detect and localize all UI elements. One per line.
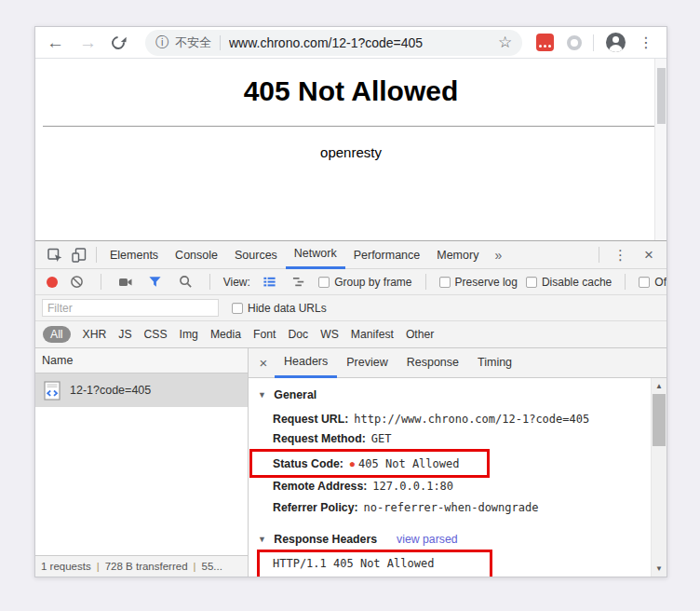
type-filter-js[interactable]: JS	[118, 328, 131, 341]
filter-funnel-icon[interactable]	[144, 270, 166, 294]
header-row-remote-address: Remote Address:127.0.0.1:80	[273, 476, 453, 496]
general-section-header[interactable]: ▼ General	[258, 385, 316, 405]
hide-data-urls-label: Hide data URLs	[248, 302, 327, 315]
page-content: 405 Not Allowed openresty	[35, 59, 666, 240]
response-headers-section-header[interactable]: ▼ Response Headers	[258, 529, 377, 550]
checkbox-icon[interactable]	[232, 303, 243, 314]
extension-icon-red[interactable]	[536, 34, 554, 51]
header-row-referrer-policy: Referrer Policy:no-referrer-when-downgra…	[273, 497, 538, 518]
offline-checkbox[interactable]: Of	[639, 276, 666, 289]
header-row-request-method: Request Method:GET	[273, 428, 391, 449]
tab-timing[interactable]: Timing	[468, 348, 521, 378]
summary-more: 55...	[202, 561, 222, 572]
tab-preview[interactable]: Preview	[337, 348, 397, 378]
browser-menu-icon[interactable]: ⋮	[639, 34, 653, 51]
browser-window: ← → ⓘ 不安全 www.chrono.com/12-1?code=405 ☆…	[34, 26, 667, 577]
preserve-log-label: Preserve log	[455, 276, 518, 289]
extension-icon-ring[interactable]	[567, 35, 582, 50]
collapse-triangle-icon[interactable]: ▼	[258, 390, 266, 400]
type-filter-doc[interactable]: Doc	[289, 328, 309, 341]
disable-cache-checkbox[interactable]: Disable cache	[526, 276, 612, 289]
scroll-down-icon[interactable]: ▼	[652, 564, 666, 573]
type-filter-other[interactable]: Other	[406, 328, 434, 341]
header-value: 127.0.0.1:80	[372, 480, 453, 493]
header-value: http://www.chrono.com/12-1?code=405	[354, 413, 589, 426]
preserve-log-checkbox[interactable]: Preserve log	[439, 276, 518, 289]
name-column-header[interactable]: Name	[35, 348, 248, 373]
type-filter-manifest[interactable]: Manifest	[351, 328, 394, 341]
header-key: Request URL:	[273, 413, 348, 426]
disable-cache-label: Disable cache	[542, 276, 612, 289]
type-filter-css[interactable]: CSS	[144, 328, 168, 341]
headers-content: ▼ General Request URL:http://www.chrono.…	[249, 378, 666, 577]
network-filter-row: Hide data URLs	[35, 295, 666, 321]
toolbar-divider	[593, 34, 594, 51]
tab-sources[interactable]: Sources	[226, 241, 286, 269]
tab-network[interactable]: Network	[286, 241, 345, 269]
tab-response[interactable]: Response	[397, 348, 468, 378]
network-summary-bar: 1 requests | 728 B transferred | 55...	[35, 555, 248, 577]
inspect-element-icon[interactable]	[43, 243, 67, 267]
view-parsed-link[interactable]: view parsed	[397, 529, 458, 550]
tab-memory[interactable]: Memory	[428, 241, 487, 269]
request-list-empty	[35, 407, 248, 555]
checkbox-icon[interactable]	[318, 277, 330, 288]
header-key: Request Method:	[273, 432, 366, 445]
checkbox-icon[interactable]	[526, 277, 537, 288]
header-value: GET	[371, 432, 392, 445]
device-toolbar-icon[interactable]	[67, 243, 91, 267]
close-details-icon[interactable]: ×	[252, 355, 275, 371]
page-title: 405 Not Allowed	[35, 73, 666, 110]
tab-console[interactable]: Console	[167, 241, 226, 269]
profile-avatar[interactable]	[606, 33, 626, 52]
type-filter-xhr[interactable]: XHR	[83, 328, 107, 341]
devtools-menu-icon[interactable]: ⋮	[604, 247, 637, 264]
tab-elements[interactable]: Elements	[101, 241, 167, 269]
tab-performance[interactable]: Performance	[345, 241, 429, 269]
clear-icon[interactable]	[66, 270, 88, 294]
details-scrollbar-thumb[interactable]	[653, 394, 666, 446]
type-filter-img[interactable]: Img	[180, 328, 198, 341]
scroll-up-icon[interactable]: ▲	[652, 382, 666, 390]
header-value: 405 Not Allowed	[358, 457, 459, 470]
bookmark-star-icon[interactable]: ☆	[498, 33, 512, 52]
filter-input[interactable]	[42, 299, 219, 317]
type-filter-all[interactable]: All	[43, 326, 71, 343]
hide-data-urls-checkbox[interactable]: Hide data URLs	[232, 302, 327, 315]
offline-label: Of	[654, 276, 666, 289]
page-scrollbar[interactable]	[654, 59, 666, 240]
header-key: Remote Address:	[273, 480, 367, 493]
type-filter-ws[interactable]: WS	[320, 328, 339, 341]
group-by-frame-checkbox[interactable]: Group by frame	[318, 276, 411, 289]
general-section-title: General	[274, 388, 316, 401]
collapse-triangle-icon[interactable]: ▼	[258, 535, 266, 544]
waterfall-view-icon[interactable]	[289, 270, 310, 294]
network-toolbar: View: Group by frame Preserve log Disabl…	[35, 269, 666, 295]
url-text[interactable]: www.chrono.com/12-1?code=405	[229, 35, 498, 50]
request-list-panel: Name 12-1?code=405 1 requests | 728 B tr…	[35, 348, 249, 577]
reload-icon[interactable]	[109, 34, 128, 52]
tabbar-divider	[96, 247, 97, 263]
checkbox-icon[interactable]	[439, 277, 451, 288]
more-tabs-icon[interactable]: »	[487, 248, 509, 263]
details-scrollbar[interactable]: ▲ ▼	[651, 378, 666, 577]
capture-screenshots-icon[interactable]	[114, 270, 136, 294]
info-icon[interactable]: ⓘ	[155, 34, 168, 51]
page-scrollbar-thumb[interactable]	[657, 68, 666, 124]
address-bar[interactable]: ⓘ 不安全 www.chrono.com/12-1?code=405 ☆	[145, 30, 522, 56]
type-filter-font[interactable]: Font	[253, 328, 276, 341]
header-row-status-code: Status Code:●405 Not Allowed	[273, 454, 459, 474]
record-icon[interactable]	[47, 277, 58, 288]
tab-headers[interactable]: Headers	[275, 348, 337, 378]
checkbox-icon[interactable]	[639, 277, 650, 288]
forward-icon[interactable]: →	[79, 34, 97, 51]
request-row[interactable]: 12-1?code=405	[35, 373, 248, 407]
type-filter-media[interactable]: Media	[210, 328, 241, 341]
back-icon[interactable]: ←	[47, 34, 64, 51]
response-headers-title: Response Headers	[274, 533, 377, 546]
search-icon[interactable]	[175, 270, 196, 294]
http-status-line: HTTP/1.1 405 Not Allowed	[273, 553, 434, 574]
devtools-close-icon[interactable]: ×	[637, 246, 661, 265]
view-label: View:	[223, 276, 250, 289]
list-view-icon[interactable]	[259, 270, 280, 294]
